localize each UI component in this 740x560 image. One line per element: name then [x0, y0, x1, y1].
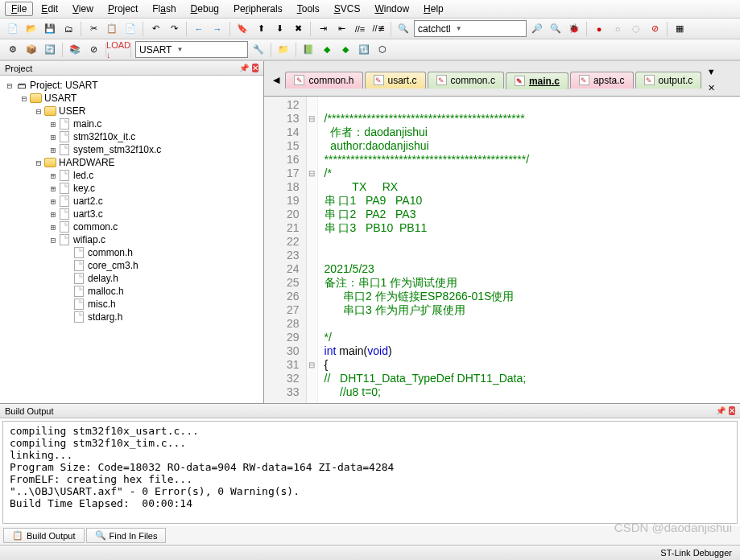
- menu-edit[interactable]: Edit: [35, 2, 64, 16]
- tree-item[interactable]: ⊟USART: [0, 92, 263, 105]
- editor-pane: ◀ ✎common.h✎usart.c✎common.c✎main.c✎apst…: [264, 61, 740, 403]
- editor-tab[interactable]: ✎main.c: [506, 72, 568, 89]
- tree-root[interactable]: ⊟🗃Project: USART: [0, 79, 263, 92]
- tree-item[interactable]: delay.h: [0, 272, 263, 285]
- rebuild-icon[interactable]: 🔄: [42, 42, 58, 58]
- redo-icon[interactable]: ↷: [166, 21, 182, 37]
- refresh-icon[interactable]: 🔃: [356, 42, 372, 58]
- batch-build-icon[interactable]: 📚: [67, 42, 83, 58]
- tree-item[interactable]: malloc.h: [0, 285, 263, 298]
- git-icon[interactable]: ⬡: [374, 42, 391, 58]
- open-icon[interactable]: 📂: [23, 21, 39, 37]
- pin-icon[interactable]: 📌: [239, 64, 249, 72]
- menu-svcs[interactable]: SVCS: [328, 2, 367, 16]
- breakpoint-disable-icon[interactable]: ◌: [628, 21, 644, 37]
- file-ext-icon[interactable]: 📁: [275, 42, 291, 58]
- pack-installer-icon[interactable]: ◆: [319, 42, 335, 58]
- uncomment-icon[interactable]: //≢: [370, 21, 387, 37]
- tree-item[interactable]: misc.h: [0, 298, 263, 311]
- tree-item[interactable]: ⊞stm32f10x_it.c: [0, 130, 263, 143]
- menu-view[interactable]: View: [66, 2, 100, 16]
- tree-item[interactable]: ⊞common.c: [0, 220, 263, 233]
- find-next-icon[interactable]: 🔎: [529, 21, 545, 37]
- editor-tab[interactable]: ✎apsta.c: [570, 72, 634, 89]
- outdent-icon[interactable]: ⇤: [333, 21, 349, 37]
- debug-icon[interactable]: 🐞: [566, 21, 582, 37]
- tree-item[interactable]: ⊟USER: [0, 105, 263, 117]
- file-icon: [60, 196, 69, 207]
- comment-icon[interactable]: //≡: [352, 21, 368, 37]
- tree-item[interactable]: ⊞system_stm32f10x.c: [0, 143, 263, 156]
- target-combo[interactable]: USART▼: [135, 41, 248, 58]
- editor-tab[interactable]: ✎output.c: [635, 72, 702, 89]
- tab-build-output[interactable]: 📋 Build Output: [3, 528, 85, 543]
- tree-item[interactable]: common.h: [0, 246, 263, 259]
- forward-icon[interactable]: →: [209, 21, 225, 37]
- editor-tab[interactable]: ✎usart.c: [365, 72, 426, 89]
- breakpoint-kill-icon[interactable]: ⊘: [647, 21, 663, 37]
- bookmark-icon[interactable]: 🔖: [234, 21, 250, 37]
- bookmark-prev-icon[interactable]: ⬆: [253, 21, 269, 37]
- menu-flash[interactable]: Flash: [146, 2, 182, 16]
- editor-tab[interactable]: ✎common.h: [285, 72, 362, 89]
- manage-books-icon[interactable]: 📗: [300, 42, 316, 58]
- close-tab-icon[interactable]: ✕: [703, 80, 719, 96]
- bookmark-next-icon[interactable]: ⬇: [271, 21, 287, 37]
- incremental-find-icon[interactable]: 🔍: [548, 21, 564, 37]
- menu-peripherals[interactable]: Peripherals: [227, 2, 289, 16]
- cut-icon[interactable]: ✂: [85, 21, 101, 37]
- save-icon[interactable]: 💾: [42, 21, 58, 37]
- menu-help[interactable]: Help: [417, 2, 450, 16]
- pin-icon[interactable]: 📌: [716, 406, 726, 415]
- tree-item[interactable]: ⊞main.c: [0, 117, 263, 130]
- undo-icon[interactable]: ↶: [147, 21, 163, 37]
- download-icon[interactable]: LOAD↓: [110, 42, 126, 58]
- breakpoint-insert-icon[interactable]: ●: [591, 21, 607, 37]
- tab-prev-icon[interactable]: ◀: [269, 72, 283, 88]
- translate-icon[interactable]: ⚙: [5, 42, 21, 58]
- file-icon: ✎: [294, 75, 304, 85]
- tree-item[interactable]: ⊞uart3.c: [0, 208, 263, 220]
- menu-project[interactable]: Project: [101, 2, 144, 16]
- tree-item[interactable]: core_cm3.h: [0, 259, 263, 272]
- code-lines[interactable]: /***************************************…: [318, 97, 536, 403]
- menu-debug[interactable]: Debug: [184, 2, 225, 16]
- folder-icon: [44, 158, 56, 167]
- tab-menu-icon[interactable]: ▼: [703, 64, 719, 80]
- close-panel-icon[interactable]: ✕: [729, 406, 735, 415]
- target-options-icon[interactable]: 🔧: [250, 42, 267, 58]
- find-icon[interactable]: 🔍: [395, 21, 411, 37]
- code-area[interactable]: 1213141516171819202122232425262728293031…: [264, 97, 740, 403]
- build-icon[interactable]: 📦: [23, 42, 39, 58]
- close-panel-icon[interactable]: ✕: [252, 64, 258, 72]
- tree-item[interactable]: ⊞uart2.c: [0, 195, 263, 208]
- find-combo[interactable]: catchctl▼: [414, 20, 527, 37]
- project-title: Project: [5, 64, 32, 73]
- tree-item[interactable]: ⊞key.c: [0, 182, 263, 195]
- pack-rte-icon[interactable]: ◆: [337, 42, 353, 58]
- tree-item[interactable]: ⊞led.c: [0, 169, 263, 182]
- tree-item[interactable]: ⊟wifiap.c: [0, 233, 263, 246]
- menu-tools[interactable]: Tools: [291, 2, 326, 16]
- build-text[interactable]: compiling stm32f10x_usart.c... compiling…: [2, 421, 738, 524]
- editor-tab[interactable]: ✎common.c: [428, 72, 504, 89]
- back-icon[interactable]: ←: [191, 21, 207, 37]
- tree-item[interactable]: stdarg.h: [0, 311, 263, 323]
- tree-item[interactable]: ⊟HARDWARE: [0, 156, 263, 169]
- project-tree[interactable]: ⊟🗃Project: USART⊟USART⊟USER⊞main.c⊞stm32…: [0, 76, 263, 403]
- paste-icon[interactable]: 📄: [122, 21, 138, 37]
- bookmark-clear-icon[interactable]: ✖: [290, 21, 306, 37]
- menu-file[interactable]: File: [5, 2, 33, 16]
- stop-build-icon[interactable]: ⊘: [85, 42, 101, 58]
- menu-window[interactable]: Window: [368, 2, 415, 16]
- copy-icon[interactable]: 📋: [104, 21, 120, 37]
- new-icon[interactable]: 📄: [5, 21, 21, 37]
- breakpoint-enable-icon[interactable]: ○: [610, 21, 626, 37]
- fold-column[interactable]: ⊟ ⊟ ⊟: [307, 97, 318, 403]
- window-config-icon[interactable]: ▦: [672, 21, 688, 37]
- tab-find-in-files[interactable]: 🔍 Find In Files: [86, 528, 167, 543]
- indent-icon[interactable]: ⇥: [315, 21, 331, 37]
- folder-icon: [44, 106, 56, 116]
- file-icon: [60, 234, 69, 245]
- save-all-icon[interactable]: 🗂: [60, 21, 76, 37]
